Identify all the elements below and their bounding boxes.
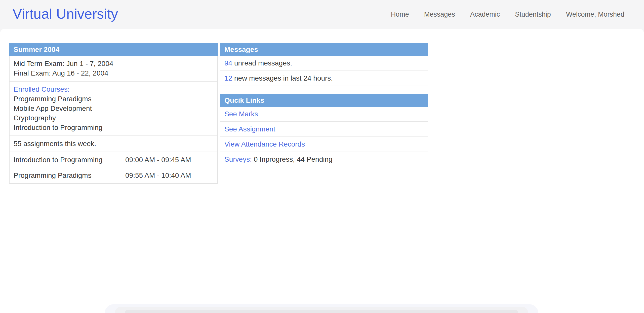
quick-link-row: See Marks bbox=[220, 107, 428, 121]
final-exam-date: Final Exam: Aug 16 - 22, 2004 bbox=[14, 68, 213, 78]
see-assignment-link[interactable]: See Assignment bbox=[224, 125, 275, 133]
messages-panel: Messages 94 unread messages. 12 new mess… bbox=[220, 43, 428, 86]
course-item: Introduction to Programming bbox=[14, 123, 213, 132]
bottom-window-stack-layer-front bbox=[125, 310, 518, 313]
recent-messages-row: 12 new messages in last 24 hours. bbox=[220, 70, 428, 85]
main-nav: Home Messages Academic Studentship Welco… bbox=[391, 11, 644, 18]
see-marks-link[interactable]: See Marks bbox=[224, 110, 258, 118]
class-time: 09:55 AM - 10:40 AM bbox=[125, 170, 191, 180]
nav-academic[interactable]: Academic bbox=[470, 11, 500, 18]
class-time: 09:00 AM - 09:45 AM bbox=[125, 155, 191, 164]
panel-spacer bbox=[220, 86, 428, 93]
right-column: Messages 94 unread messages. 12 new mess… bbox=[220, 43, 428, 167]
class-name: Programming Paradigms bbox=[14, 170, 125, 180]
todays-classes-section: Introduction to Programming 09:00 AM - 0… bbox=[10, 151, 217, 183]
surveys-row: Surveys: 0 Inprogress, 44 Pending bbox=[220, 151, 428, 166]
recent-messages-text: new messages in last 24 hours. bbox=[234, 74, 333, 82]
course-item: Programming Paradigms bbox=[14, 94, 213, 103]
recent-count-link[interactable]: 12 bbox=[224, 74, 232, 82]
quick-links-panel-title: Qucik Links bbox=[220, 93, 428, 107]
assignments-note: 55 assignments this week. bbox=[14, 139, 213, 148]
course-item: Mobile App Development bbox=[14, 103, 213, 113]
quick-links-panel-body: See Marks See Assignment View Attendance… bbox=[220, 107, 428, 167]
unread-messages-text: unread messages. bbox=[234, 59, 292, 67]
enrolled-courses-section: Enrolled Courses: Programming Paradigms … bbox=[10, 81, 217, 135]
assignments-section: 55 assignments this week. bbox=[10, 135, 217, 151]
semester-panel-title: Summer 2004 bbox=[9, 43, 218, 56]
main-content: Summer 2004 Mid Term Exam: Jun 1 - 7, 20… bbox=[0, 28, 644, 313]
surveys-status-text: 0 Inprogress, 44 Pending bbox=[254, 155, 333, 163]
unread-count-link[interactable]: 94 bbox=[224, 59, 232, 67]
quick-links-panel: Qucik Links See Marks See Assignment Vie… bbox=[220, 93, 428, 167]
unread-messages-row: 94 unread messages. bbox=[220, 56, 428, 70]
page: Virtual University Home Messages Academi… bbox=[0, 0, 644, 313]
mid-term-exam-date: Mid Term Exam: Jun 1 - 7, 2004 bbox=[14, 59, 213, 68]
nav-messages[interactable]: Messages bbox=[424, 11, 455, 18]
view-attendance-records-link[interactable]: View Attendance Records bbox=[224, 140, 305, 148]
class-schedule-row: Programming Paradigms 09:55 AM - 10:40 A… bbox=[14, 170, 213, 180]
exam-dates-section: Mid Term Exam: Jun 1 - 7, 2004 Final Exa… bbox=[10, 56, 217, 81]
dashboard-panels: Summer 2004 Mid Term Exam: Jun 1 - 7, 20… bbox=[0, 28, 644, 184]
messages-panel-body: 94 unread messages. 12 new messages in l… bbox=[220, 56, 428, 86]
course-item: Cryptography bbox=[14, 113, 213, 123]
class-schedule-row: Introduction to Programming 09:00 AM - 0… bbox=[14, 155, 213, 164]
semester-panel: Summer 2004 Mid Term Exam: Jun 1 - 7, 20… bbox=[9, 43, 218, 184]
messages-panel-title: Messages bbox=[220, 43, 428, 56]
app-header: Virtual University Home Messages Academi… bbox=[0, 0, 644, 28]
nav-home[interactable]: Home bbox=[391, 11, 409, 18]
nav-studentship[interactable]: Studentship bbox=[515, 11, 551, 18]
semester-panel-body: Mid Term Exam: Jun 1 - 7, 2004 Final Exa… bbox=[9, 56, 218, 184]
enrolled-courses-link[interactable]: Enrolled Courses: bbox=[14, 85, 70, 93]
class-name: Introduction to Programming bbox=[14, 155, 125, 164]
app-logo[interactable]: Virtual University bbox=[0, 6, 118, 22]
surveys-link[interactable]: Surveys: bbox=[224, 155, 252, 163]
quick-link-row: See Assignment bbox=[220, 121, 428, 136]
quick-link-row: View Attendance Records bbox=[220, 136, 428, 151]
nav-welcome-user[interactable]: Welcome, Morshed bbox=[566, 11, 624, 18]
